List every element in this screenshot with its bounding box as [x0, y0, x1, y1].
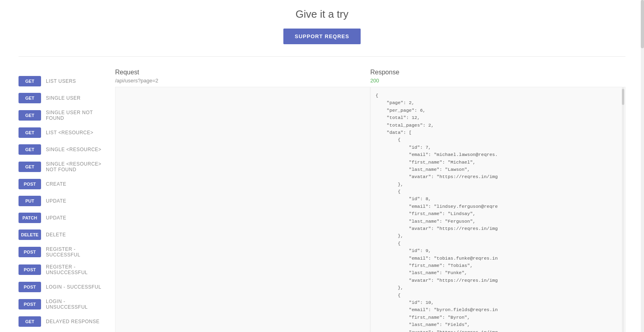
response-label: Response: [370, 69, 625, 76]
nav-item-login-unsuccessful[interactable]: POSTLOGIN - UNSUCCESSFUL: [19, 295, 107, 313]
nav-item-register-unsuccessful[interactable]: POSTREGISTER - UNSUCCESSFUL: [19, 261, 107, 279]
nav-label-create: CREATE: [46, 181, 66, 187]
method-badge-login-successful: POST: [19, 282, 41, 292]
nav-label-list-resource: LIST <RESOURCE>: [46, 130, 93, 135]
page-scrollbar-thumb: [641, 0, 644, 48]
method-badge-single-resource-not-found: GET: [19, 162, 41, 172]
nav-item-delete[interactable]: DELETEDELETE: [19, 226, 107, 243]
rr-header: Request /api/users?page=2 Response 200: [115, 69, 625, 84]
nav-label-login-successful: LOGIN - SUCCESSFUL: [46, 284, 101, 290]
page-scrollbar[interactable]: [641, 0, 644, 332]
json-code: { "page": 2, "per_page": 6, "total": 12,…: [376, 92, 620, 332]
nav-item-delayed-response[interactable]: GETDELAYED RESPONSE: [19, 313, 107, 330]
nav-item-single-resource[interactable]: GETSINGLE <RESOURCE>: [19, 141, 107, 158]
nav-label-single-resource-not-found: SINGLE <RESOURCE> NOT FOUND: [46, 161, 107, 172]
nav-label-delayed-response: DELAYED RESPONSE: [46, 319, 99, 324]
request-panel: [115, 87, 370, 332]
nav-item-list-users[interactable]: GETLIST USERS: [19, 73, 107, 90]
nav-label-list-users: LIST USERS: [46, 78, 76, 84]
nav-item-single-user[interactable]: GETSINGLE USER: [19, 90, 107, 107]
method-badge-register-successful: POST: [19, 247, 41, 257]
nav-item-login-successful[interactable]: POSTLOGIN - SUCCESSFUL: [19, 279, 107, 295]
method-badge-register-unsuccessful: POST: [19, 264, 41, 275]
nav-item-single-resource-not-found[interactable]: GETSINGLE <RESOURCE> NOT FOUND: [19, 158, 107, 176]
top-section: Give it a try SUPPORT REQRES: [6, 0, 638, 56]
nav-label-delete: DELETE: [46, 232, 66, 238]
scrollbar-thumb: [622, 89, 624, 105]
nav-item-update-patch[interactable]: PATCHUPDATE: [19, 209, 107, 226]
method-badge-delayed-response: GET: [19, 316, 41, 327]
method-badge-list-users: GET: [19, 76, 41, 86]
nav-label-update-put: UPDATE: [46, 198, 66, 204]
nav-label-register-unsuccessful: REGISTER - UNSUCCESSFUL: [46, 264, 107, 275]
content-area: Request /api/users?page=2 Response 200 {…: [115, 69, 625, 332]
method-badge-list-resource: GET: [19, 127, 41, 138]
method-badge-delete: DELETE: [19, 230, 41, 240]
nav-label-login-unsuccessful: LOGIN - UNSUCCESSFUL: [46, 299, 107, 310]
method-badge-create: POST: [19, 179, 41, 189]
nav-label-single-resource: SINGLE <RESOURCE>: [46, 147, 101, 152]
request-url: /api/users?page=2: [115, 78, 370, 84]
page-title: Give it a try: [6, 8, 638, 20]
nav-label-register-successful: REGISTER - SUCCESSFUL: [46, 246, 107, 258]
method-badge-single-resource: GET: [19, 144, 41, 155]
support-button[interactable]: SUPPORT REQRES: [283, 29, 360, 44]
api-nav: GETLIST USERSGETSINGLE USERGETSINGLE USE…: [19, 69, 107, 332]
nav-item-single-user-not-found[interactable]: GETSINGLE USER NOT FOUND: [19, 107, 107, 124]
nav-item-create[interactable]: POSTCREATE: [19, 176, 107, 193]
nav-item-register-successful[interactable]: POSTREGISTER - SUCCESSFUL: [19, 243, 107, 261]
divider: [19, 56, 625, 57]
method-badge-update-put: PUT: [19, 196, 41, 206]
nav-label-update-patch: UPDATE: [46, 215, 66, 221]
nav-item-update-put[interactable]: PUTUPDATE: [19, 193, 107, 209]
response-panel: { "page": 2, "per_page": 6, "total": 12,…: [370, 87, 625, 332]
method-badge-login-unsuccessful: POST: [19, 299, 41, 309]
method-badge-update-patch: PATCH: [19, 213, 41, 223]
nav-item-list-resource[interactable]: GETLIST <RESOURCE>: [19, 124, 107, 141]
main-layout: GETLIST USERSGETSINGLE USERGETSINGLE USE…: [6, 69, 638, 332]
request-label: Request: [115, 69, 370, 76]
nav-label-single-user-not-found: SINGLE USER NOT FOUND: [46, 110, 107, 121]
nav-label-single-user: SINGLE USER: [46, 95, 80, 101]
response-col: Response 200: [370, 69, 625, 84]
request-col: Request /api/users?page=2: [115, 69, 370, 84]
method-badge-single-user-not-found: GET: [19, 110, 41, 121]
scrollbar-track[interactable]: [622, 87, 624, 332]
response-status: 200: [370, 78, 625, 84]
method-badge-single-user: GET: [19, 93, 41, 103]
rr-panels: { "page": 2, "per_page": 6, "total": 12,…: [115, 87, 625, 332]
